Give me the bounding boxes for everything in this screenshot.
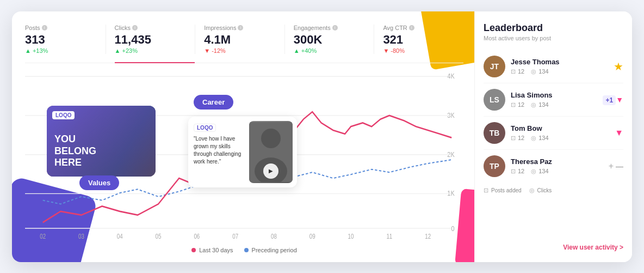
svg-text:0: 0 — [451, 225, 455, 233]
career-card-logo: LOQO — [194, 124, 216, 132]
clicks-icon: ◎ — [531, 168, 536, 175]
leader-stat-clicks: ◎ 134 — [531, 135, 548, 142]
posts-icon: ⊡ — [511, 101, 516, 108]
leader-item[interactable]: TP Theresa Paz ⊡ 12 ◎ 134 + — — [484, 150, 623, 183]
leader-stats: ⊡ 12 ◎ 134 — [511, 135, 623, 142]
stat-value: 300K — [294, 33, 366, 46]
leader-stat-clicks: ◎ 134 — [531, 168, 548, 175]
posts-icon: ⊡ — [484, 187, 488, 194]
svg-text:03: 03 — [78, 233, 84, 240]
stat-value: 321 — [383, 33, 455, 46]
leader-info: Tom Bow ⊡ 12 ◎ 134 — [511, 124, 623, 142]
legend-last30: Last 30 days — [191, 247, 233, 253]
stat-change: ▼ -12% — [204, 47, 276, 54]
leaderboard-legend: ⊡ Posts added ◎ Clicks — [484, 187, 623, 194]
clicks-icon: ◎ — [529, 187, 535, 194]
stat-label: Impressions i — [204, 25, 276, 31]
svg-point-1 — [261, 129, 281, 148]
badge-star: ★ — [614, 60, 623, 72]
stat-item-impressions: Impressions i 4.1M ▼ -12% — [195, 25, 285, 54]
leader-avatar: TP — [484, 155, 505, 177]
values-label-card[interactable]: Values — [79, 175, 119, 190]
leader-avatar-inner: TB — [484, 122, 505, 144]
stat-item-posts: Posts i 313 ▲ +13% — [25, 25, 106, 54]
clicks-icon: ◎ — [531, 68, 536, 75]
leader-badge: ★ — [614, 60, 623, 73]
leaderboard-title: Leaderboard — [484, 22, 623, 34]
leader-badge: ▼ — [615, 128, 623, 138]
lb-legend-posts: ⊡ Posts added — [484, 187, 522, 194]
leader-avatar-inner: JT — [484, 56, 505, 77]
clicks-icon: ◎ — [531, 101, 536, 108]
leader-info: Jesse Thomas ⊡ 12 ◎ 134 — [511, 58, 623, 75]
leader-stat-clicks: ◎ 134 — [531, 68, 548, 75]
chart-legend: Last 30 days Preceding period — [25, 247, 463, 253]
legend-preceding: Preceding period — [244, 247, 297, 253]
leaderboard-panel: Leaderboard Most active users by post JT… — [474, 11, 632, 262]
legend-label-last30: Last 30 days — [199, 247, 233, 253]
svg-text:10: 10 — [348, 233, 354, 240]
stat-item-avg-ctr: Avg CTR i 321 ▼ -80% — [374, 25, 463, 54]
info-icon: i — [132, 25, 138, 31]
leader-name: Jesse Thomas — [511, 58, 623, 66]
main-content: Posts i 313 ▲ +13% Clicks i 11,435 ▲ +23… — [12, 11, 474, 262]
svg-text:12: 12 — [425, 233, 431, 240]
leader-item[interactable]: JT Jesse Thomas ⊡ 12 ◎ 134 ★ — [484, 50, 623, 83]
leader-stat-posts: ⊡ 12 — [511, 68, 524, 75]
leader-avatar: TB — [484, 122, 505, 144]
badge-down-arrow: ▼ — [616, 95, 623, 104]
stat-change: ▲ +40% — [294, 47, 366, 54]
clicks-icon: ◎ — [531, 135, 536, 142]
play-button[interactable]: ▶ — [263, 163, 278, 179]
app-container: Posts i 313 ▲ +13% Clicks i 11,435 ▲ +23… — [12, 11, 632, 262]
stat-item-engagements: Engagements i 300K ▲ +40% — [285, 25, 375, 54]
svg-text:05: 05 — [156, 233, 162, 240]
stat-change: ▲ +23% — [115, 47, 187, 54]
leader-name: Tom Bow — [511, 124, 623, 132]
legend-dot-blue — [244, 248, 249, 252]
leader-badge: +1▼ — [603, 95, 623, 105]
career-label-card[interactable]: Career — [194, 95, 233, 110]
values-card-logo: LOQO — [52, 111, 75, 119]
career-post-card: LOQO "Love how I have grown my skills th… — [188, 117, 297, 187]
career-photo: ▶ — [249, 121, 293, 183]
stat-item-clicks: Clicks i 11,435 ▲ +23% — [106, 25, 196, 54]
info-icon: i — [409, 25, 414, 31]
leader-stat-posts: ⊡ 12 — [511, 168, 524, 175]
lb-legend-clicks-label: Clicks — [537, 187, 552, 193]
values-post-card: LOQO YOU BELONG HERE — [47, 106, 156, 177]
info-icon: i — [238, 25, 243, 31]
stat-change: ▼ -80% — [383, 47, 455, 54]
view-activity-link[interactable]: View user activity > — [484, 239, 623, 251]
leader-badge: + — — [609, 161, 623, 171]
stat-underline — [115, 62, 195, 63]
stat-label: Posts i — [25, 25, 97, 31]
badge-plus1: +1 — [603, 95, 616, 105]
svg-text:08: 08 — [271, 233, 277, 240]
svg-text:09: 09 — [309, 233, 315, 240]
leader-item[interactable]: TB Tom Bow ⊡ 12 ◎ 134 ▼ — [484, 117, 623, 150]
svg-text:02: 02 — [40, 233, 46, 240]
leader-stat-posts: ⊡ 12 — [511, 101, 524, 108]
leader-avatar: JT — [484, 56, 505, 77]
leaderboard-subtitle: Most active users by post — [484, 35, 623, 41]
legend-dot-pink — [191, 248, 196, 252]
chart-area: LOQO YOU BELONG HERE Values LOQO "Love h… — [25, 68, 463, 245]
stat-label: Clicks i — [115, 25, 187, 31]
svg-text:06: 06 — [194, 233, 200, 240]
leader-stats: ⊡ 12 ◎ 134 — [511, 68, 623, 75]
stat-value: 4.1M — [204, 33, 276, 46]
stat-value: 313 — [25, 33, 97, 46]
leader-stat-clicks: ◎ 134 — [531, 101, 548, 108]
info-icon: i — [42, 25, 47, 31]
stats-row: Posts i 313 ▲ +13% Clicks i 11,435 ▲ +23… — [25, 25, 463, 63]
leader-item[interactable]: LS Lisa Simons ⊡ 12 ◎ 134 +1▼ — [484, 83, 623, 117]
badge-minus-grey: — — [614, 162, 623, 171]
lb-legend-posts-label: Posts added — [491, 187, 522, 193]
posts-icon: ⊡ — [511, 135, 516, 142]
leader-stat-posts: ⊡ 12 — [511, 135, 524, 142]
posts-icon: ⊡ — [511, 168, 516, 175]
svg-text:11: 11 — [386, 233, 392, 240]
svg-text:07: 07 — [232, 233, 238, 240]
leader-avatar: LS — [484, 89, 505, 111]
